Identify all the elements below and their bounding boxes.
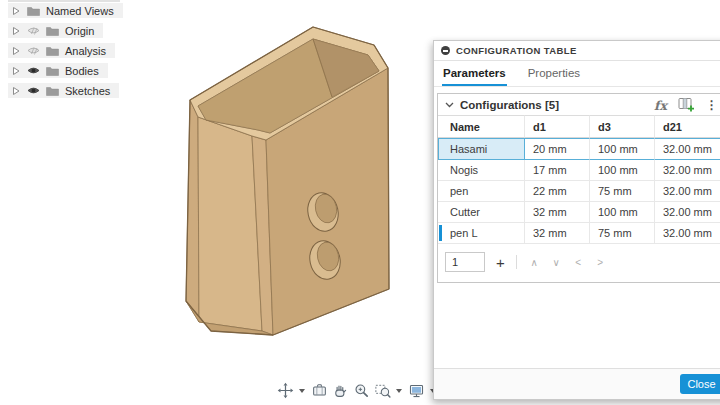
cell-name[interactable]: Cutter [438, 202, 525, 223]
model-bottom-chamfer [186, 301, 273, 335]
cell-d3[interactable]: 100 mm [590, 202, 655, 223]
tree-item-sketches[interactable]: Sketches [8, 83, 119, 98]
browser-tree: Named Views Origin Analysis Bodies Sketc… [8, 3, 123, 103]
model-front-chamfer-face [252, 136, 273, 335]
configurations-section-header[interactable]: Configurations [5] fx ⋮ [438, 94, 720, 115]
configuration-table-panel: CONFIGURATION TABLE Parameters Propertie… [433, 40, 720, 400]
tree-item-origin[interactable]: Origin [8, 23, 103, 38]
tree-item-named-views[interactable]: Named Views [8, 3, 123, 18]
model-left-chamfer-face [186, 100, 199, 322]
folder-icon [27, 6, 40, 16]
column-header-d3[interactable]: d3 [590, 115, 655, 138]
model-interior-edge [313, 39, 332, 97]
tab-parameters[interactable]: Parameters [442, 61, 507, 86]
add-row-button[interactable]: + [496, 254, 505, 271]
section-tools: fx ⋮ [654, 96, 718, 114]
zoom-window-dropdown-caret[interactable] [396, 389, 402, 393]
model-top-rim [190, 27, 388, 140]
eye-on-icon[interactable] [27, 85, 40, 96]
panel-title: CONFIGURATION TABLE [456, 45, 577, 56]
cell-name[interactable]: Hasami [438, 138, 525, 160]
model-hole-bottom [306, 238, 343, 282]
eye-on-icon[interactable] [27, 65, 40, 76]
table-header-row: Name d1 d3 d21 [438, 115, 720, 138]
fusion-canvas: Named Views Origin Analysis Bodies Sketc… [0, 0, 720, 405]
tree-item-label: Origin [65, 25, 94, 37]
model-hole-top [304, 190, 341, 234]
pan-dropdown-caret[interactable] [299, 389, 305, 393]
tree-item-analysis[interactable]: Analysis [8, 43, 115, 58]
row-count-input[interactable] [445, 252, 485, 272]
expand-arrow-icon[interactable] [12, 6, 21, 16]
tree-item-bodies[interactable]: Bodies [8, 63, 108, 78]
zoom-icon[interactable] [353, 382, 370, 399]
cell-name[interactable]: Nogis [438, 160, 525, 181]
pan-icon[interactable] [277, 382, 294, 399]
cell-d21[interactable]: 32.00 mm [655, 160, 720, 181]
insert-column-icon[interactable] [678, 97, 695, 113]
pager-divider [516, 255, 517, 269]
move-up-button[interactable]: ∧ [528, 257, 541, 268]
move-right-button[interactable]: > [594, 257, 607, 268]
panel-titlebar[interactable]: CONFIGURATION TABLE [434, 41, 720, 61]
configurations-container: Configurations [5] fx ⋮ Name d1 d3 d21 [437, 93, 720, 283]
cell-d21[interactable]: 32.00 mm [655, 138, 720, 160]
tree-item-label: Bodies [65, 65, 99, 77]
fx-parameter-icon[interactable]: fx [654, 98, 667, 113]
cell-d1[interactable]: 22 mm [525, 181, 590, 202]
expand-arrow-icon[interactable] [12, 66, 21, 76]
model-front-left-face [198, 117, 262, 331]
cell-d21[interactable]: 32.00 mm [655, 223, 720, 244]
tree-item-label: Sketches [65, 85, 110, 97]
move-down-button[interactable]: ∨ [550, 257, 563, 268]
cell-d1[interactable]: 17 mm [525, 160, 590, 181]
move-left-button[interactable]: < [572, 257, 585, 268]
zoom-window-icon[interactable] [374, 382, 391, 399]
section-menu-icon[interactable]: ⋮ [706, 98, 718, 112]
cell-name[interactable]: pen L [438, 223, 525, 244]
expand-arrow-icon[interactable] [12, 86, 21, 96]
cell-d21[interactable]: 32.00 mm [655, 202, 720, 223]
row-pager: + ∧ ∨ < > [438, 244, 720, 282]
cell-d3[interactable]: 75 mm [590, 181, 655, 202]
folder-icon [46, 66, 59, 76]
folder-icon [46, 46, 59, 56]
column-header-d21[interactable]: d21 [655, 115, 720, 138]
model-interior [198, 39, 379, 133]
cell-d3[interactable]: 100 mm [590, 138, 655, 160]
expand-arrow-icon[interactable] [12, 46, 21, 56]
cell-d1[interactable]: 32 mm [525, 202, 590, 223]
fit-icon[interactable] [311, 382, 328, 399]
panel-grip-icon[interactable] [441, 46, 450, 55]
section-title: Configurations [5] [460, 99, 559, 111]
eye-off-icon[interactable] [27, 25, 40, 36]
tree-item-label: Named Views [46, 5, 114, 17]
cell-d1[interactable]: 20 mm [525, 138, 590, 160]
folder-icon [46, 86, 59, 96]
column-header-d1[interactable]: d1 [525, 115, 590, 138]
model-front-right-face [266, 68, 389, 335]
cell-name[interactable]: pen [438, 181, 525, 202]
tab-properties[interactable]: Properties [527, 61, 581, 86]
collapse-caret-icon[interactable] [445, 102, 454, 108]
cell-d3[interactable]: 75 mm [590, 223, 655, 244]
table-row[interactable]: Hasami 20 mm 100 mm 32.00 mm [438, 138, 720, 160]
close-button[interactable]: Close [680, 374, 720, 394]
eye-off-icon[interactable] [27, 45, 40, 56]
column-header-name[interactable]: Name [438, 115, 525, 138]
table-row[interactable]: Cutter 32 mm 100 mm 32.00 mm [438, 202, 720, 223]
cell-d21[interactable]: 32.00 mm [655, 181, 720, 202]
model-interior-back-wall [313, 39, 379, 97]
cell-d3[interactable]: 100 mm [590, 160, 655, 181]
cell-d1[interactable]: 32 mm [525, 223, 590, 244]
hand-pan-icon[interactable] [332, 382, 349, 399]
expand-arrow-icon[interactable] [12, 26, 21, 36]
display-settings-icon[interactable] [408, 382, 425, 399]
configuration-table: Name d1 d3 d21 Hasami 20 mm 100 mm 32.00… [438, 115, 720, 244]
table-row[interactable]: Nogis 17 mm 100 mm 32.00 mm [438, 160, 720, 181]
panel-footer: Close [434, 368, 720, 399]
folder-icon [46, 26, 59, 36]
tree-partial-row [8, 0, 120, 2]
table-row[interactable]: pen 22 mm 75 mm 32.00 mm [438, 181, 720, 202]
table-row[interactable]: pen L 32 mm 75 mm 32.00 mm [438, 223, 720, 244]
